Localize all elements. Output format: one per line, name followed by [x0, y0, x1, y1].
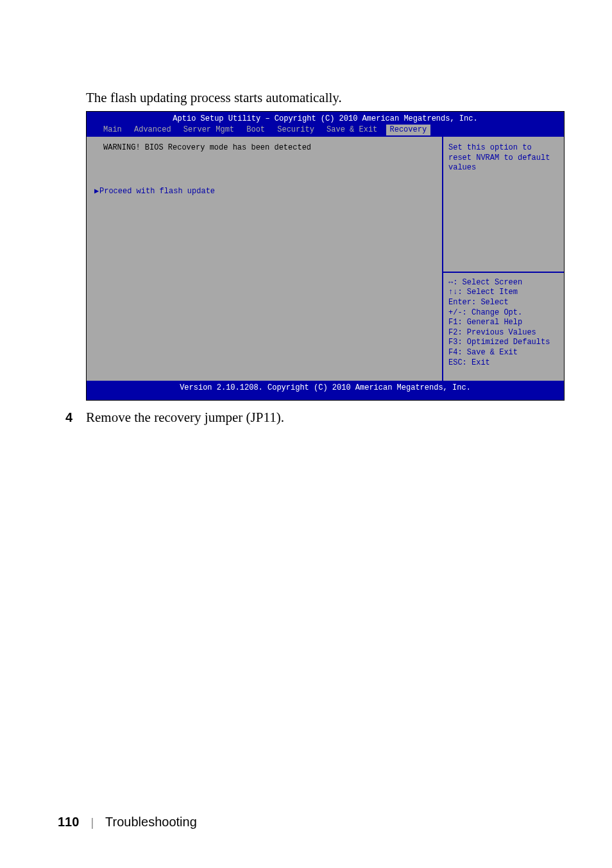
bios-help-text: Set this option to reset NVRAM to defaul…: [443, 137, 564, 272]
bios-version-footer: Version 2.10.1208. Copyright (C) 2010 Am…: [87, 381, 564, 400]
tab-boot[interactable]: Boot: [242, 125, 269, 136]
bios-title-bar: Aptio Setup Utility – Copyright (C) 2010…: [87, 112, 564, 125]
footer-separator: |: [90, 816, 94, 829]
tab-advanced[interactable]: Advanced: [130, 125, 175, 136]
tab-security[interactable]: Security: [273, 125, 318, 136]
tab-main[interactable]: Main: [99, 125, 126, 136]
step-row: 4 Remove the recovery jumper (JP11).: [58, 410, 554, 426]
flash-line-label: Proceed with flash update: [99, 187, 215, 196]
tab-save-exit[interactable]: Save & Exit: [323, 125, 381, 136]
bios-screenshot: Aptio Setup Utility – Copyright (C) 2010…: [86, 111, 565, 401]
key-save-exit: F4: Save & Exit: [448, 348, 559, 358]
footer-section-title: Troubleshooting: [105, 815, 197, 829]
page-footer: 110 | Troubleshooting: [58, 815, 197, 829]
tab-recovery[interactable]: Recovery: [386, 125, 431, 136]
intro-text: The flash updating process starts automa…: [86, 90, 554, 106]
step-number: 4: [58, 410, 86, 425]
submenu-arrow-icon: ▶: [94, 187, 99, 197]
bios-tab-row: Main Advanced Server Mgmt Boot Security …: [87, 125, 564, 137]
key-change-opt: +/-: Change Opt.: [448, 308, 559, 318]
key-select-item: ↑↓: Select Item: [448, 288, 559, 298]
key-previous-values: F2: Previous Values: [448, 328, 559, 338]
key-optimized-defaults: F3: Optimized Defaults: [448, 338, 559, 348]
key-general-help: F1: General Help: [448, 318, 559, 328]
bios-body: WARNING! BIOS Recovery mode has been det…: [87, 137, 564, 381]
bios-right-panel: Set this option to reset NVRAM to defaul…: [443, 137, 564, 381]
tab-server-mgmt[interactable]: Server Mgmt: [180, 125, 238, 136]
key-select-screen: ↔: Select Screen: [448, 278, 559, 288]
bios-left-panel: WARNING! BIOS Recovery mode has been det…: [87, 137, 443, 381]
bios-warning-text: WARNING! BIOS Recovery mode has been det…: [94, 143, 434, 153]
bios-key-legend: ↔: Select Screen ↑↓: Select Item Enter: …: [443, 272, 564, 381]
step-text: Remove the recovery jumper (JP11).: [86, 410, 284, 426]
page-number: 110: [58, 815, 79, 829]
key-esc-exit: ESC: Exit: [448, 358, 559, 369]
document-page: The flash updating process starts automa…: [0, 0, 612, 868]
key-enter: Enter: Select: [448, 298, 559, 308]
proceed-flash-update-item[interactable]: ▶Proceed with flash update: [94, 187, 434, 197]
